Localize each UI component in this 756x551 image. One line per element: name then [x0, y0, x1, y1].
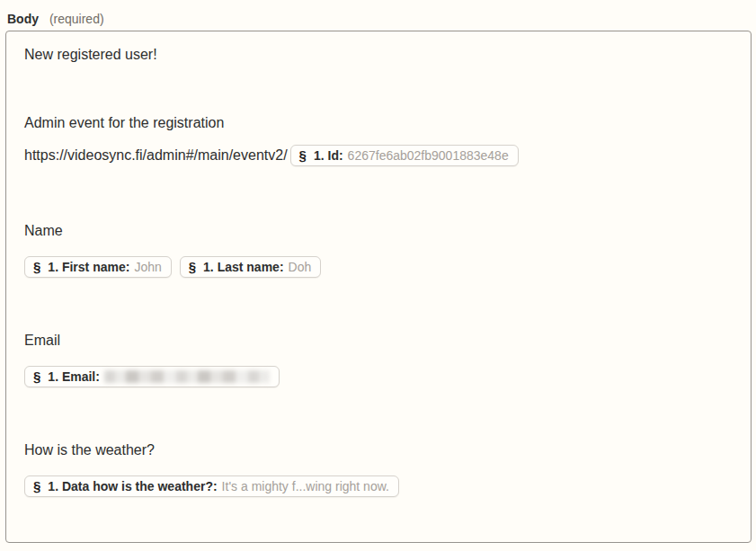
admin-event-line: Admin event for the registration	[24, 114, 738, 132]
token-first-name[interactable]: § 1. First name: John	[24, 256, 172, 278]
field-label: Body	[7, 12, 39, 26]
name-heading: Name	[24, 222, 738, 240]
token-weather[interactable]: § 1. Data how is the weather?: It's a mi…	[24, 475, 399, 497]
token-id-value: 6267fe6ab02fb9001883e48e	[348, 146, 509, 165]
body-textarea[interactable]: New registered user! Admin event for the…	[5, 31, 752, 543]
step-icon: §	[33, 367, 40, 387]
greeting-line: New registered user!	[24, 46, 738, 64]
redacted-email-value	[104, 370, 270, 383]
body-field-section: Body (required) New registered user! Adm…	[0, 0, 756, 551]
step-icon: §	[33, 257, 40, 277]
token-email[interactable]: § 1. Email:	[24, 366, 280, 387]
name-token-row: § 1. First name: John § 1. Last name: Do…	[24, 256, 738, 278]
step-icon: §	[299, 146, 307, 165]
url-prefix-text: https://videosync.fi/admin#/main/eventv2…	[24, 147, 288, 164]
required-hint: (required)	[49, 12, 104, 26]
token-last-name-label: 1. Last name:	[203, 257, 283, 277]
token-weather-label: 1. Data how is the weather?:	[48, 476, 217, 496]
token-last-name-value: Doh	[289, 257, 312, 277]
weather-token-row: § 1. Data how is the weather?: It's a mi…	[24, 475, 738, 497]
weather-heading: How is the weather?	[24, 441, 738, 459]
token-weather-value: It's a mighty f...wing right now.	[222, 476, 389, 496]
token-id[interactable]: § 1. Id: 6267fe6ab02fb9001883e48e	[290, 145, 519, 166]
email-heading: Email	[24, 332, 738, 350]
step-icon: §	[189, 257, 196, 277]
token-first-name-value: John	[134, 257, 161, 277]
step-icon: §	[33, 476, 40, 496]
token-email-label: 1. Email:	[48, 367, 100, 387]
token-id-label: 1. Id:	[314, 146, 343, 165]
token-first-name-label: 1. First name:	[48, 257, 129, 277]
token-last-name[interactable]: § 1. Last name: Doh	[180, 256, 322, 278]
url-line: https://videosync.fi/admin#/main/eventv2…	[24, 145, 738, 166]
email-token-row: § 1. Email:	[24, 366, 738, 387]
field-label-row: Body (required)	[0, 0, 756, 31]
